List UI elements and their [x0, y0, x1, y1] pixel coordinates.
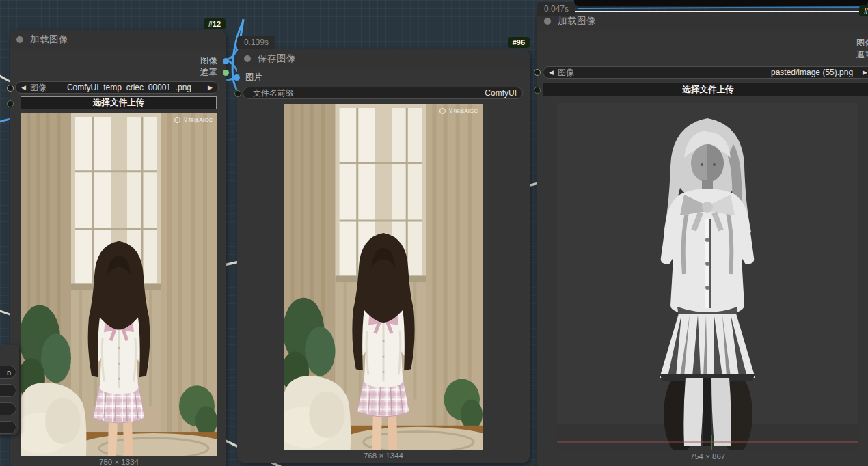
image-combo-widget[interactable]: ◀ 图像 ComfyUI_temp_crlec_00001_.png ▶ — [15, 81, 219, 94]
collapse-dot-icon[interactable] — [16, 36, 23, 43]
collapse-dot-icon[interactable] — [544, 18, 551, 25]
image-dimensions: 754 × 867 — [557, 452, 858, 461]
widget-value: ComfyUI — [485, 88, 517, 98]
execution-time-badge: 0.139s — [237, 36, 275, 49]
input-slot-image[interactable]: 图片 — [245, 72, 262, 82]
image-preview: 艾橘溪AIGC — [21, 113, 217, 456]
image-preview — [557, 103, 858, 450]
widget-socket[interactable] — [234, 90, 241, 97]
widget-socket[interactable] — [534, 69, 541, 76]
upload-button[interactable]: 选择文件上传 — [543, 83, 868, 96]
watermark-logo-icon — [174, 117, 180, 123]
widget-socket[interactable] — [7, 100, 14, 107]
image-combo-widget[interactable]: ◀ 图像 pasted/image (55).png ▶ — [543, 66, 868, 79]
node-load-image-left[interactable]: #12 加载图像 图像 遮罩 ◀ 图像 ComfyUI_temp_crlec_0… — [10, 30, 226, 466]
combo-value: pasted/image (55).png — [771, 68, 853, 77]
offscreen-node-edge[interactable] — [574, 0, 868, 6]
combo-next-icon[interactable]: ▶ — [863, 69, 867, 76]
partial-widget[interactable] — [0, 421, 16, 434]
watermark: 艾橘溪AIGC — [174, 116, 213, 124]
node-header[interactable]: 加载图像 — [10, 30, 226, 49]
node-save-image[interactable]: #96 保存图像 图片 文件名前缀 ComfyUI 艾橘溪AIGC 768 × … — [237, 49, 530, 463]
node-id-badge: # — [859, 5, 868, 16]
output-label: 遮罩 — [856, 49, 868, 61]
combo-value: ComfyUI_temp_crlec_00001_.png — [51, 83, 208, 92]
partial-widget[interactable]: n — [0, 366, 16, 379]
output-slot-image[interactable]: 图像 — [200, 56, 217, 66]
output-slot-mask[interactable]: 遮罩 — [856, 50, 868, 59]
execution-time-badge: 0.047s — [537, 2, 575, 16]
partial-widget[interactable] — [0, 402, 16, 415]
graph-canvas[interactable]: { "nodes": { "load_left": { "badge": "#1… — [0, 0, 868, 466]
widget-socket[interactable] — [534, 87, 541, 94]
output-label: 遮罩 — [200, 67, 217, 79]
widget-label: 文件名前缀 — [253, 87, 294, 99]
image-preview: 艾橘溪AIGC — [284, 104, 483, 450]
output-label: 图像 — [856, 38, 868, 49]
combo-prev-icon[interactable]: ◀ — [549, 69, 554, 76]
output-slot-image[interactable]: 图像 — [856, 38, 868, 48]
watermark-logo-icon — [439, 108, 446, 114]
mask-slot-dot[interactable] — [223, 70, 229, 76]
node-id-badge: #96 — [508, 37, 530, 48]
partial-widget[interactable] — [0, 384, 16, 397]
node-load-image-right[interactable]: # 加载图像 图像 遮罩 ◀ 图像 pasted/image (55).png … — [537, 11, 868, 466]
partial-widget-value: n — [7, 368, 11, 376]
node-partial-left[interactable]: n — [0, 345, 19, 435]
upload-button[interactable]: 选择文件上传 — [21, 96, 217, 109]
image-dimensions: 768 × 1344 — [284, 452, 483, 460]
output-slot-mask[interactable]: 遮罩 — [200, 68, 217, 77]
image-dimensions: 750 × 1334 — [21, 458, 217, 466]
widget-socket[interactable] — [7, 85, 14, 92]
node-header[interactable]: 加载图像 — [537, 12, 868, 31]
filename-prefix-widget[interactable]: 文件名前缀 ComfyUI — [243, 87, 523, 99]
image-slot-dot[interactable] — [223, 58, 229, 64]
collapse-dot-icon[interactable] — [244, 55, 251, 62]
combo-next-icon[interactable]: ▶ — [208, 84, 213, 91]
combo-label: 图像 — [30, 82, 46, 94]
node-title: 保存图像 — [258, 53, 296, 65]
node-id-badge: #12 — [204, 18, 226, 29]
combo-label: 图像 — [558, 67, 574, 79]
node-header[interactable]: 保存图像 — [237, 49, 530, 68]
combo-prev-icon[interactable]: ◀ — [21, 84, 26, 91]
image-slot-dot[interactable] — [234, 74, 240, 81]
node-title: 加载图像 — [558, 15, 596, 27]
output-label: 图像 — [200, 55, 217, 67]
watermark: 艾橘溪AIGC — [439, 107, 478, 115]
input-label: 图片 — [245, 72, 262, 83]
node-title: 加载图像 — [30, 33, 68, 46]
